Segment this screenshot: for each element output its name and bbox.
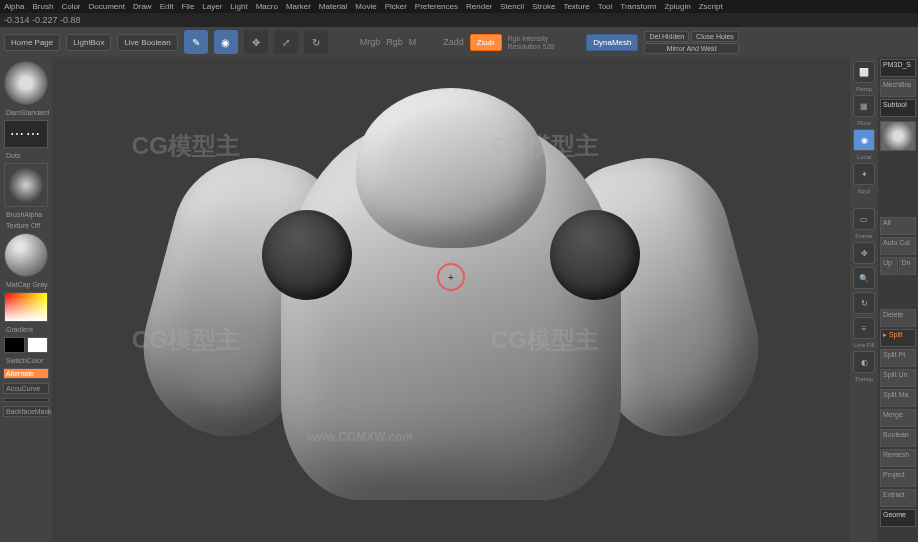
local-button[interactable]: ◉ <box>853 129 875 151</box>
subtool-preview[interactable] <box>880 121 916 151</box>
dn-button[interactable]: Dn <box>899 257 917 275</box>
status-bar: -0.314 -0.227 -0.88 <box>0 13 918 27</box>
rotate-icon[interactable]: ↻ <box>304 30 328 54</box>
color-picker[interactable] <box>4 292 48 322</box>
menu-draw[interactable]: Draw <box>133 2 152 11</box>
rotate-view-button[interactable]: ↻ <box>853 292 875 314</box>
switchcolor-label[interactable]: SwitchColor <box>4 357 48 364</box>
right-panel: PM3D_S MechBra Subtool All Auto Col Up D… <box>878 57 918 542</box>
menu-alpha[interactable]: Alpha <box>4 2 24 11</box>
left-panel: DamStandard ⋯⋯ Dots BrushAlpha Texture O… <box>0 57 52 542</box>
brush-preview[interactable] <box>4 61 48 105</box>
resolution-label: Resolution 528 <box>508 43 555 50</box>
liveboolean-button[interactable]: Live Boolean <box>117 34 177 51</box>
brush-name: DamStandard <box>4 109 48 116</box>
mechbra-button[interactable]: MechBra <box>880 79 916 97</box>
swatch-white[interactable] <box>27 337 48 353</box>
merge-button[interactable]: Merge <box>880 409 916 427</box>
delete-button[interactable]: Delete <box>880 309 916 327</box>
menu-light[interactable]: Light <box>230 2 247 11</box>
menu-macro[interactable]: Macro <box>256 2 278 11</box>
m-label[interactable]: M <box>409 37 417 47</box>
stroke-preview[interactable]: ⋯⋯ <box>4 120 48 148</box>
delhidden-button[interactable]: Del Hidden <box>644 31 689 42</box>
draw-icon[interactable]: ◉ <box>214 30 238 54</box>
menu-material[interactable]: Material <box>319 2 347 11</box>
menu-preferences[interactable]: Preferences <box>415 2 458 11</box>
gradient-label: Gradient <box>4 326 48 333</box>
extract-button[interactable]: Extract <box>880 489 916 507</box>
floor-button[interactable]: ▦ <box>853 95 875 117</box>
all-button[interactable]: All <box>880 217 916 235</box>
menu-stencil[interactable]: Stencil <box>500 2 524 11</box>
alpha-preview[interactable] <box>4 163 48 207</box>
material-name: MatCap Gray <box>4 281 48 288</box>
menu-brush[interactable]: Brush <box>32 2 53 11</box>
splitun-button[interactable]: Split Un <box>880 369 916 387</box>
frame-button[interactable]: ▭ <box>853 208 875 230</box>
top-toolbar: Home Page LightBox Live Boolean ✎ ◉ ✥ ⤢ … <box>0 27 918 57</box>
alternate-button[interactable]: Alternate <box>3 368 49 379</box>
menu-edit[interactable]: Edit <box>160 2 174 11</box>
boolean-button[interactable]: Boolean <box>880 429 916 447</box>
autocol-button[interactable]: Auto Col <box>880 237 916 255</box>
linefill-button[interactable]: ≡ <box>853 317 875 339</box>
menu-color[interactable]: Color <box>61 2 80 11</box>
project-button[interactable]: Project <box>880 469 916 487</box>
subtool-header[interactable]: Subtool <box>880 99 916 117</box>
zoom-button[interactable]: 🔍 <box>853 267 875 289</box>
accucurve-button[interactable]: AccuCurve <box>3 383 49 394</box>
menu-stroke[interactable]: Stroke <box>532 2 555 11</box>
splitpt-button[interactable]: Split Pt <box>880 349 916 367</box>
menu-zplugin[interactable]: Zplugin <box>664 2 690 11</box>
menu-bar: AlphaBrushColorDocumentDrawEditFileLayer… <box>0 0 918 13</box>
spacer-button <box>3 398 49 402</box>
xpyz-button[interactable]: ✦ <box>853 163 875 185</box>
status-coords: -0.314 -0.227 -0.88 <box>4 15 81 25</box>
brush-cursor <box>437 263 465 291</box>
rgb-label[interactable]: Rgb <box>386 37 403 47</box>
rgbintensity-label: Rgb Intensity <box>508 35 555 42</box>
menu-marker[interactable]: Marker <box>286 2 311 11</box>
mrgb-label[interactable]: Mrgb <box>360 37 381 47</box>
backfacemask-button[interactable]: BackfaceMask <box>3 406 49 417</box>
dynamesh-button[interactable]: DynaMesh <box>586 34 638 51</box>
split-section[interactable]: ▸ Split <box>880 329 916 347</box>
tool-header[interactable]: PM3D_S <box>880 59 916 77</box>
menu-file[interactable]: File <box>181 2 194 11</box>
zsub-button[interactable]: Zsub <box>470 34 502 51</box>
menu-document[interactable]: Document <box>89 2 125 11</box>
transp-button[interactable]: ◐ <box>853 351 875 373</box>
up-button[interactable]: Up <box>880 257 898 275</box>
geometry-header[interactable]: Geome <box>880 509 916 527</box>
menu-zscript[interactable]: Zscript <box>699 2 723 11</box>
menu-texture[interactable]: Texture <box>563 2 589 11</box>
menu-transform[interactable]: Transform <box>620 2 656 11</box>
homepage-button[interactable]: Home Page <box>4 34 60 51</box>
alpha-name: BrushAlpha <box>4 211 48 218</box>
remesh-button[interactable]: Remesh <box>880 449 916 467</box>
edit-icon[interactable]: ✎ <box>184 30 208 54</box>
menu-render[interactable]: Render <box>466 2 492 11</box>
swatch-black[interactable] <box>4 337 25 353</box>
scale-icon[interactable]: ⤢ <box>274 30 298 54</box>
stroke-name: Dots <box>4 152 48 159</box>
menu-layer[interactable]: Layer <box>202 2 222 11</box>
move-icon[interactable]: ✥ <box>244 30 268 54</box>
menu-tool[interactable]: Tool <box>598 2 613 11</box>
menu-movie[interactable]: Movie <box>355 2 376 11</box>
texture-name: Texture Off <box>4 222 48 229</box>
model-display <box>101 75 801 525</box>
menu-picker[interactable]: Picker <box>385 2 407 11</box>
lightbox-button[interactable]: LightBox <box>66 34 111 51</box>
persp-button[interactable]: ⬜ <box>853 61 875 83</box>
zadd-label[interactable]: Zadd <box>443 37 464 47</box>
material-preview[interactable] <box>4 233 48 277</box>
closeholes-button[interactable]: Close Holes <box>691 31 739 42</box>
right-tools: ⬜ Persp ▦ Floor ◉ Local ✦ Xpyz ▭ Frame ✥… <box>850 57 878 542</box>
viewport[interactable]: CG模型主 CG模型主 CG模型主 CG模型主 www.CGMXW.com <box>52 57 850 542</box>
mirrorweld-button[interactable]: Mirror And Weld <box>644 43 738 54</box>
move-view-button[interactable]: ✥ <box>853 242 875 264</box>
splitma-button[interactable]: Split Ma <box>880 389 916 407</box>
